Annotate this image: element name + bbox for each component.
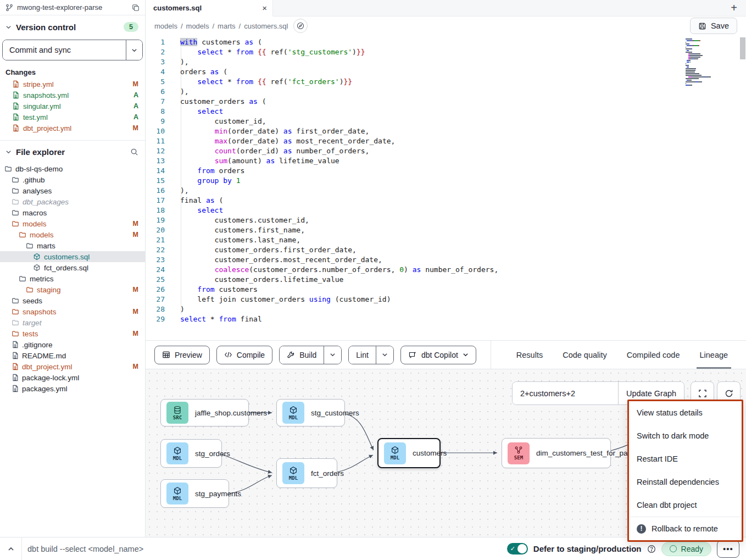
minimap-line bbox=[686, 45, 738, 46]
tree-item-snapshots[interactable]: snapshotsM bbox=[0, 306, 145, 317]
lineage-node-customers[interactable]: MDLcustomers bbox=[377, 438, 441, 468]
preview-button[interactable]: Preview bbox=[154, 346, 210, 364]
menu-item-view-status-details[interactable]: View status details bbox=[629, 401, 742, 424]
code-content[interactable]: with customers as ( select * from {{ ref… bbox=[180, 37, 686, 324]
copilot-label: dbt Copilot bbox=[421, 351, 458, 359]
breadcrumb-customers.sql[interactable]: customers.sql bbox=[244, 22, 288, 30]
copy-branch-button[interactable] bbox=[132, 4, 140, 12]
changed-file-snapshots.yml[interactable]: snapshots.ymlA bbox=[0, 90, 145, 101]
file-explorer-title: File explorer bbox=[16, 147, 126, 157]
tree-item-.github[interactable]: .github bbox=[0, 174, 145, 185]
lineage-node-stg_payments[interactable]: MDLstg_payments bbox=[160, 479, 229, 508]
tree-item-marts[interactable]: marts bbox=[0, 240, 145, 251]
tree-item-seeds[interactable]: seeds bbox=[0, 295, 145, 306]
git-status-letter: M bbox=[133, 330, 138, 337]
menu-item-clean-dbt-project[interactable]: Clean dbt project bbox=[629, 494, 742, 517]
file-search-button[interactable] bbox=[130, 148, 138, 156]
changed-file-test.yml[interactable]: test.ymlA bbox=[0, 112, 145, 123]
lineage-node-fct_orders[interactable]: MDLfct_orders bbox=[276, 458, 337, 488]
line-number: 9 bbox=[146, 117, 173, 126]
tree-item-customers.sql[interactable]: customers.sql bbox=[0, 251, 145, 262]
editor-scrollbar-thumb[interactable] bbox=[740, 37, 745, 59]
model-cube-icon bbox=[173, 486, 182, 495]
tab-customers-sql[interactable]: customers.sql × bbox=[146, 0, 273, 16]
tree-item-staging[interactable]: stagingM bbox=[0, 284, 145, 295]
folder-icon bbox=[12, 209, 19, 217]
menu-item-reinstall-dependencies[interactable]: Reinstall dependencies bbox=[629, 470, 742, 494]
save-button[interactable]: Save bbox=[690, 18, 737, 34]
command-input[interactable]: dbt build --select <model_name> bbox=[22, 545, 507, 553]
tree-item-models[interactable]: modelsM bbox=[0, 229, 145, 240]
compile-button[interactable]: Compile bbox=[216, 346, 272, 364]
build-options-caret[interactable] bbox=[324, 346, 341, 364]
folder-icon bbox=[26, 242, 34, 249]
open-in-explorer-button[interactable] bbox=[293, 19, 308, 33]
commit-options-caret[interactable] bbox=[126, 40, 142, 60]
table-grid-icon bbox=[162, 351, 170, 359]
model-cube-icon bbox=[33, 253, 41, 260]
tree-item-.gitignore[interactable]: .gitignore bbox=[0, 339, 145, 350]
tree-item-macros[interactable]: macros bbox=[0, 207, 145, 218]
lint-options-caret[interactable] bbox=[376, 346, 393, 364]
close-tab-icon[interactable]: × bbox=[262, 4, 267, 12]
commit-and-sync-button[interactable]: Commit and sync bbox=[3, 40, 126, 60]
refresh-icon bbox=[725, 389, 733, 398]
collapse-command-bar-button[interactable] bbox=[0, 537, 22, 560]
dbt-copilot-button[interactable]: dbt Copilot bbox=[400, 346, 476, 364]
changed-file-stripe.yml[interactable]: stripe.ymlM bbox=[0, 79, 145, 90]
minimap-line bbox=[686, 83, 738, 84]
minimap-line bbox=[686, 70, 738, 71]
status-badge[interactable]: Ready bbox=[661, 542, 711, 556]
tree-item-tests[interactable]: testsM bbox=[0, 328, 145, 339]
new-tab-button[interactable]: + bbox=[722, 0, 746, 16]
changed-file-singular.yml[interactable]: singular.ymlA bbox=[0, 101, 145, 112]
breadcrumb-marts[interactable]: marts bbox=[218, 22, 236, 30]
lineage-selector-input[interactable] bbox=[513, 382, 618, 404]
tab-results[interactable]: Results bbox=[516, 341, 543, 369]
tree-item-README.md[interactable]: README.md bbox=[0, 350, 145, 361]
lineage-node-dim_customers_test_for_parse[interactable]: SEMdim_customers_test_for_parse bbox=[502, 438, 611, 468]
node-label: stg_orders bbox=[195, 450, 230, 458]
minimap-line bbox=[686, 63, 738, 64]
breadcrumb-models[interactable]: models bbox=[154, 22, 177, 30]
file-tree: db-sl-qs-demo.githubanalysesdbt_packages… bbox=[0, 161, 145, 394]
file-icon bbox=[12, 374, 19, 381]
tree-item-fct_orders.sql[interactable]: fct_orders.sql bbox=[0, 262, 145, 273]
breadcrumb-models[interactable]: models bbox=[186, 22, 209, 30]
lint-button[interactable]: Lint bbox=[349, 346, 376, 364]
tree-item-dbt_project.yml[interactable]: dbt_project.ymlM bbox=[0, 361, 145, 372]
tab-lineage[interactable]: Lineage bbox=[700, 341, 728, 369]
tree-item-db-sl-qs-demo[interactable]: db-sl-qs-demo bbox=[0, 163, 145, 174]
tab-compiled-code[interactable]: Compiled code bbox=[627, 341, 680, 369]
lineage-node-stg_orders[interactable]: MDLstg_orders bbox=[160, 439, 222, 468]
build-button[interactable]: Build bbox=[280, 346, 324, 364]
status-ring-icon bbox=[670, 545, 677, 552]
more-options-button[interactable]: ••• bbox=[717, 540, 739, 558]
defer-toggle[interactable]: ✓ bbox=[507, 543, 528, 555]
tree-item-metrics[interactable]: metrics bbox=[0, 273, 145, 284]
help-icon[interactable] bbox=[647, 545, 656, 553]
lineage-node-stg_customers[interactable]: MDLstg_customers bbox=[276, 399, 345, 426]
tree-item-dbt_packages[interactable]: dbt_packages bbox=[0, 196, 145, 207]
menu-item-rollback-to-remote[interactable]: !Rollback to remote bbox=[629, 517, 742, 540]
minimap[interactable] bbox=[686, 38, 738, 86]
tree-item-packages.yml[interactable]: packages.yml bbox=[0, 383, 145, 394]
tree-item-analyses[interactable]: analyses bbox=[0, 185, 145, 196]
folder-icon bbox=[12, 198, 19, 206]
file-icon bbox=[12, 91, 19, 99]
menu-item-restart-ide[interactable]: Restart IDE bbox=[629, 447, 742, 470]
code-editor[interactable]: 1234567891011121314151617181920212223242… bbox=[146, 35, 746, 341]
tree-item-package-lock.yml[interactable]: package-lock.yml bbox=[0, 372, 145, 383]
menu-item-switch-to-dark-mode[interactable]: Switch to dark mode bbox=[629, 424, 742, 447]
lineage-node-jaffle_shop_customers[interactable]: SRCjaffle_shop.customers bbox=[160, 399, 249, 426]
line-number: 6 bbox=[146, 87, 173, 97]
copy-icon bbox=[132, 4, 140, 12]
file-explorer-header[interactable]: File explorer bbox=[0, 141, 145, 161]
tree-item-models[interactable]: modelsM bbox=[0, 218, 145, 229]
changed-file-dbt_project.yml[interactable]: dbt_project.ymlM bbox=[0, 123, 145, 134]
tab-code-quality[interactable]: Code quality bbox=[563, 341, 607, 369]
line-number: 22 bbox=[146, 245, 173, 255]
tree-item-target[interactable]: target bbox=[0, 317, 145, 328]
minimap-line bbox=[686, 75, 738, 76]
version-control-header[interactable]: Version control 5 bbox=[0, 15, 145, 36]
